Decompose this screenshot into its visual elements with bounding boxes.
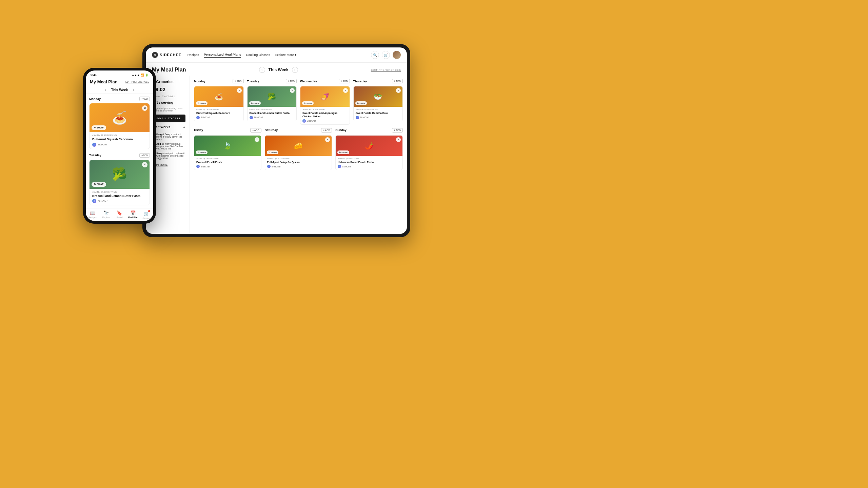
thursday-meal-card: 🥗 ↻ SWAP ✕ 30MIN • $5.50/SERVING Sweet P… xyxy=(353,86,403,121)
tuesday-meal-body: 45MIN • $4.08/SERVING Broccoli and Lemon… xyxy=(248,107,297,121)
tablet-screen: ⊕ SIDECHEF Recipes Personalized Meal Pla… xyxy=(146,47,407,234)
phone-monday-swap-badge[interactable]: ↻ SWAP xyxy=(92,125,106,130)
monday-label: Monday xyxy=(194,80,205,83)
friday-swap-badge[interactable]: ↻ SWAP xyxy=(196,150,208,154)
wednesday-column: Wednesday + ADD 🍠 ↻ SWAP ✕ 30MI xyxy=(300,79,350,125)
saturday-remove-button[interactable]: ✕ xyxy=(325,137,330,142)
phone-nav-saved[interactable]: 🔖 Saved xyxy=(113,210,126,220)
sunday-swap-badge[interactable]: ↻ SWAP xyxy=(337,150,349,154)
monday-author-icon: S xyxy=(196,116,200,119)
saturday-meal-meta: 40MIN • $8.60/SERVING xyxy=(267,158,330,160)
saved-nav-label: Saved xyxy=(116,216,122,219)
search-button[interactable]: 🔍 xyxy=(371,51,379,59)
tablet-header: My Meal Plan ‹ This Week › EDIT PREFEREN… xyxy=(146,63,407,76)
nav-explore-more[interactable]: Explore More ▾ xyxy=(275,53,297,57)
nav-cooking-classes[interactable]: Cooking Classes xyxy=(246,53,270,57)
sunday-meal-title[interactable]: Habanero Sweet Potato Pasta xyxy=(338,161,400,164)
thursday-swap-badge[interactable]: ↻ SWAP xyxy=(355,101,367,105)
tuesday-meal-card: 🥦 ↻ SWAP ✕ 45MIN • $4.08/SERVING Broccol… xyxy=(247,86,297,121)
monday-meal-title[interactable]: Butternut Squash Cabonara xyxy=(196,111,241,115)
sunday-meal-meta: 45MIN • $4.60/SERVING xyxy=(338,158,400,160)
monday-swap-badge[interactable]: ↻ SWAP xyxy=(196,101,208,105)
edit-preferences-link[interactable]: EDIT PREFERENCES xyxy=(371,68,401,72)
tuesday-label: Tuesday xyxy=(247,80,259,83)
phone-monday-remove-button[interactable]: ✕ xyxy=(142,105,147,111)
cart-button[interactable]: 🛒 xyxy=(382,51,390,59)
wifi-icon: 📶 xyxy=(141,74,144,77)
phone-nav-explore[interactable]: 🔭 Explore xyxy=(99,210,113,220)
friday-header: Friday + ADD xyxy=(194,128,261,133)
sunday-column: Sunday + ADD 🌶️ ↻ SWAP ✕ 45MIN xyxy=(335,128,403,170)
friday-meal-body: 35MIN • $2.40/SERVING Broccoli Fusilli P… xyxy=(194,156,261,170)
friday-author-icon: S xyxy=(196,165,200,168)
saturday-meal-card: 🧀 ↻ SWAP ✕ 40MIN • $8.60/SERVING Pull-Ap… xyxy=(265,135,332,170)
nav-recipes[interactable]: Recipes xyxy=(188,53,199,57)
phone-tuesday-author: S SideChef xyxy=(92,199,147,203)
monday-add-button[interactable]: + ADD xyxy=(233,79,243,83)
phone-edit-preferences-link[interactable]: EDIT PREFERENCES xyxy=(125,81,149,83)
phone-tuesday-swap-badge[interactable]: ↻ SWAP xyxy=(92,182,106,187)
phone-tuesday-card: 🥦 ↻ SWAP ✕ 45MIN • $4.08/SERVING Broccol… xyxy=(89,160,150,206)
phone-monday-author: S SideChef xyxy=(92,143,147,147)
phone-tuesday-section: Tuesday +ADD 🥦 ↻ SWAP ✕ 45MIN • $4.08/SE… xyxy=(89,153,150,206)
phone-tuesday-card-body: 45MIN • $4.08/SERVING Broccoli and Lemon… xyxy=(90,189,150,205)
phone-prev-week-button[interactable]: ‹ xyxy=(105,88,106,92)
saturday-add-button[interactable]: + ADD xyxy=(321,128,332,133)
friday-meal-title[interactable]: Broccoli Fusilli Pasta xyxy=(196,161,259,164)
monday-column: Monday + ADD 🍝 ↻ SWAP ✕ 45MIN • xyxy=(194,79,244,125)
sunday-author-icon: S xyxy=(338,165,341,168)
wednesday-swap-badge[interactable]: ↻ SWAP xyxy=(302,101,314,105)
thursday-meal-title[interactable]: Sweet Potato Buddha Bowl xyxy=(356,111,401,115)
phone-nav-grocery[interactable]: 🛒 Grocery xyxy=(140,210,153,220)
phone-tuesday-add-button[interactable]: +ADD xyxy=(139,153,150,158)
explore-nav-label: Explore xyxy=(102,216,110,219)
thursday-meal-author: S SideChef xyxy=(356,116,401,119)
tuesday-swap-badge[interactable]: ↻ SWAP xyxy=(249,101,261,105)
next-week-button[interactable]: › xyxy=(292,67,298,73)
phone-bottom-nav: 📖 Recipes 🔭 Explore 🔖 Saved 📅 Meal Plan … xyxy=(86,208,153,221)
phone-tuesday-header: Tuesday +ADD xyxy=(89,153,150,158)
thursday-remove-button[interactable]: ✕ xyxy=(396,88,401,93)
friday-add-button[interactable]: + ADD xyxy=(250,128,261,133)
tuesday-author-icon: S xyxy=(250,116,253,119)
phone-screen: 9:41 ▲▲▲ 📶 🔋 My Meal Plan EDIT PREFERENC… xyxy=(86,70,153,221)
monday-meal-body: 45MIN • $1.43/SERVING Butternut Squash C… xyxy=(194,107,243,121)
monday-remove-button[interactable]: ✕ xyxy=(237,88,242,93)
signal-icon: ▲▲▲ xyxy=(132,74,140,77)
phone-monday-header: Monday +ADD xyxy=(89,97,150,101)
grocery-notification-badge xyxy=(148,210,150,212)
phone-scroll-content: Monday +ADD 🍝 ↻ SWAP ✕ 45MIN • $1.43/SER… xyxy=(86,94,153,208)
sunday-add-button[interactable]: + ADD xyxy=(392,128,403,133)
wednesday-remove-button[interactable]: ✕ xyxy=(343,88,348,93)
app-logo[interactable]: ⊕ SIDECHEF xyxy=(152,52,181,58)
saturday-author-icon: S xyxy=(267,165,271,168)
tuesday-remove-button[interactable]: ✕ xyxy=(290,88,295,93)
phone-monday-meal-title[interactable]: Butternut Squash Cabonara xyxy=(92,138,147,142)
phone-tuesday-meal-title[interactable]: Broccoli and Lemon Butter Pasta xyxy=(92,194,147,198)
phone-next-week-button[interactable]: › xyxy=(133,88,134,92)
phone-tuesday-remove-button[interactable]: ✕ xyxy=(142,162,147,167)
friday-remove-button[interactable]: ✕ xyxy=(255,137,259,142)
phone-device: 9:41 ▲▲▲ 📶 🔋 My Meal Plan EDIT PREFERENC… xyxy=(83,68,156,224)
wednesday-author-icon: S xyxy=(302,119,306,123)
saved-icon: 🔖 xyxy=(117,210,122,216)
phone-nav-recipes[interactable]: 📖 Recipes xyxy=(86,210,99,220)
phone-nav-meal-plan[interactable]: 📅 Meal Plan xyxy=(126,210,140,220)
recipes-icon: 📖 xyxy=(90,210,95,216)
tuesday-meal-title[interactable]: Broccoli and Lemon Butter Pasta xyxy=(250,111,295,115)
user-avatar[interactable] xyxy=(393,51,401,59)
wednesday-add-button[interactable]: + ADD xyxy=(339,79,350,83)
thursday-meal-meta: 30MIN • $5.50/SERVING xyxy=(356,108,401,110)
phone-monday-image: 🍝 ↻ SWAP ✕ xyxy=(90,103,150,132)
sunday-remove-button[interactable]: ✕ xyxy=(396,137,401,142)
thursday-add-button[interactable]: + ADD xyxy=(392,79,403,83)
nav-meal-plans[interactable]: Personalized Meal Plans xyxy=(204,53,241,58)
wednesday-meal-title[interactable]: Sweet Potato and Asparagus Chicken Skill… xyxy=(302,111,348,118)
phone-monday-add-button[interactable]: +ADD xyxy=(139,97,150,101)
saturday-meal-author: S SideChef xyxy=(267,165,330,168)
saturday-swap-badge[interactable]: ↻ SWAP xyxy=(267,150,278,154)
prev-week-button[interactable]: ‹ xyxy=(259,67,265,73)
tuesday-add-button[interactable]: + ADD xyxy=(286,79,297,83)
phone-tuesday-author-icon: S xyxy=(92,199,96,203)
saturday-meal-title[interactable]: Pull-Apart Jalapeño Queso xyxy=(267,161,330,164)
